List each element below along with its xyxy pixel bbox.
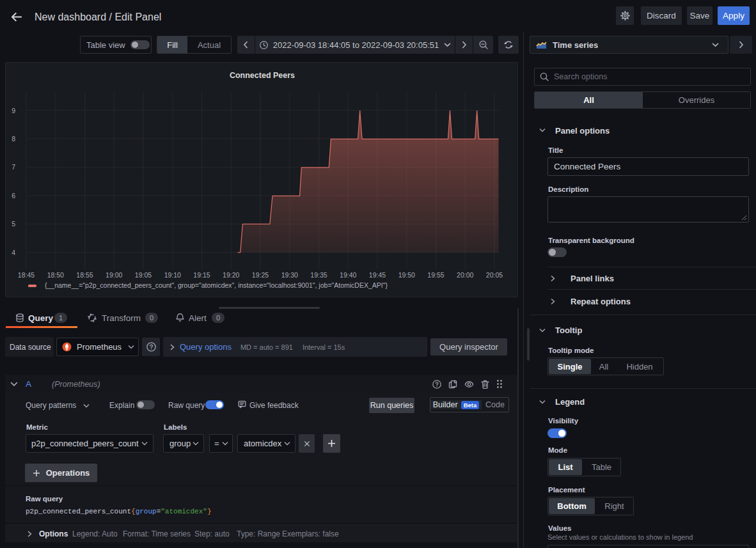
svg-text:18:55: 18:55 [76, 271, 93, 279]
svg-text:19:35: 19:35 [310, 271, 327, 279]
svg-text:4: 4 [12, 249, 15, 256]
svg-text:{__name__="p2p_connected_peers: {__name__="p2p_connected_peers_count", g… [45, 281, 388, 289]
svg-text:19:40: 19:40 [340, 271, 356, 279]
svg-text:20:05: 20:05 [486, 271, 503, 279]
svg-text:19:30: 19:30 [281, 271, 298, 279]
svg-text:19:25: 19:25 [252, 271, 269, 279]
svg-text:18:50: 18:50 [47, 271, 64, 279]
svg-text:19:55: 19:55 [427, 271, 444, 279]
svg-text:19:05: 19:05 [135, 271, 152, 279]
svg-text:7: 7 [12, 163, 15, 171]
svg-text:5: 5 [12, 220, 15, 228]
svg-text:20:00: 20:00 [457, 271, 473, 279]
svg-text:18:45: 18:45 [18, 271, 35, 279]
svg-text:6: 6 [12, 192, 15, 200]
svg-text:19:50: 19:50 [398, 271, 415, 279]
svg-text:8: 8 [12, 135, 15, 143]
svg-text:19:45: 19:45 [369, 271, 386, 279]
svg-text:9: 9 [12, 107, 15, 114]
svg-text:19:10: 19:10 [164, 271, 181, 279]
svg-text:19:00: 19:00 [106, 271, 122, 279]
svg-text:19:20: 19:20 [223, 271, 239, 279]
svg-text:Connected Peers: Connected Peers [230, 71, 295, 80]
svg-text:19:15: 19:15 [193, 271, 210, 279]
